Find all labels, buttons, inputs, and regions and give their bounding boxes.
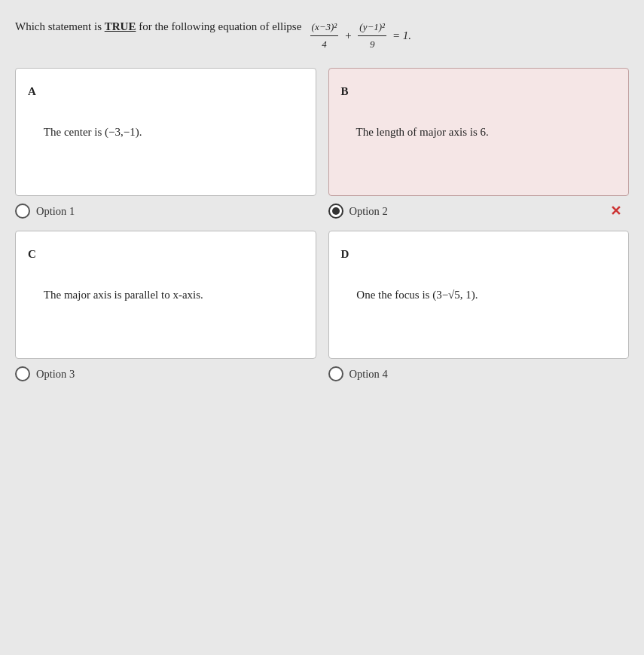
radio-row-a[interactable]: Option 1 [15,204,316,219]
radio-d[interactable] [328,366,343,381]
letter-d: D [341,248,349,261]
radio-b-inner [332,207,340,215]
answer-content-b: The length of major axis is 6. [356,123,489,141]
radio-row-d[interactable]: Option 4 [328,366,630,381]
radio-a[interactable] [15,204,30,219]
letter-c: C [28,248,36,261]
radio-b[interactable] [328,204,343,219]
answer-box-b: B The length of major axis is 6. [328,68,630,196]
question-text: Which statement is TRUE for the followin… [15,18,629,51]
radio-c[interactable] [15,366,30,381]
answer-content-c: The major axis is parallel to x-axis. [44,286,203,304]
wrong-mark-b: ✕ [610,203,621,219]
option-cell-d: D One the focus is (3−√5, 1). Option 4 [328,231,630,381]
option-label-b: Option 2 [349,205,388,218]
answer-content-d: One the focus is (3−√5, 1). [356,286,478,304]
option-label-a: Option 1 [36,205,75,218]
fraction-2: (y−1)² 9 [358,20,386,51]
option-label-c: Option 3 [36,368,75,381]
radio-row-c[interactable]: Option 3 [15,366,316,381]
answer-content-a: The center is (−3,−1). [44,123,142,141]
radio-row-b[interactable]: Option 2 ✕ [328,204,630,219]
letter-a: A [28,85,36,98]
option-label-d: Option 4 [349,368,388,381]
options-grid: A The center is (−3,−1). Option 1 B The … [15,68,629,381]
answer-box-a: A The center is (−3,−1). [15,68,316,196]
option-cell-c: C The major axis is parallel to x-axis. … [15,231,316,381]
letter-b: B [341,85,349,98]
equation: (x−3)² 4 + (y−1)² 9 = 1. [310,20,411,51]
fraction-1: (x−3)² 4 [310,20,339,51]
option-cell-b: B The length of major axis is 6. Option … [328,68,630,219]
option-cell-a: A The center is (−3,−1). Option 1 [15,68,316,219]
answer-box-c: C The major axis is parallel to x-axis. [15,231,316,359]
answer-box-d: D One the focus is (3−√5, 1). [328,231,630,359]
